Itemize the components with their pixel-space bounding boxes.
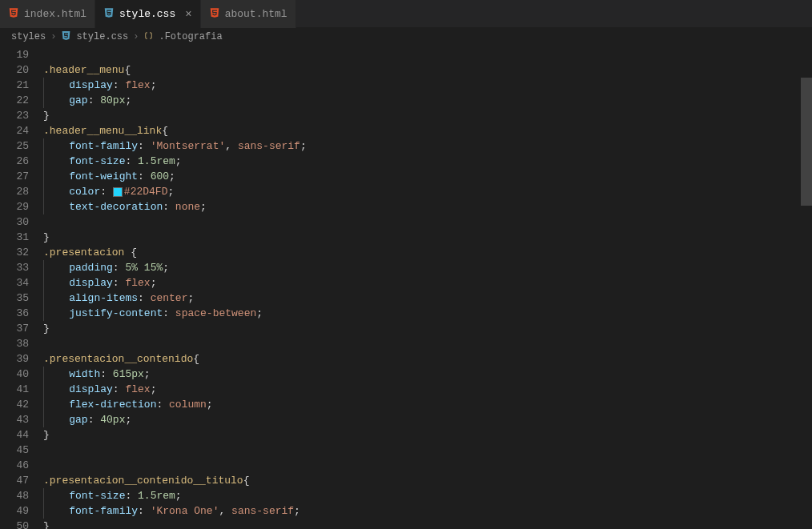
line-number: 35	[0, 291, 29, 306]
tab-style-css[interactable]: style.css ×	[95, 0, 201, 28]
line-number: 33	[0, 260, 29, 275]
code-line[interactable]	[43, 214, 812, 230]
code-line[interactable]: width: 615px;	[43, 367, 812, 382]
code-line[interactable]: font-size: 1.5rem;	[43, 154, 812, 169]
chevron-right-icon: ›	[50, 31, 56, 42]
code-line[interactable]: align-items: center;	[43, 291, 812, 306]
tab-about-html[interactable]: about.html	[201, 0, 296, 28]
tab-index-html[interactable]: index.html	[0, 0, 95, 28]
close-icon[interactable]: ×	[185, 8, 191, 21]
code-line[interactable]: }	[43, 519, 812, 529]
code-line[interactable]: font-size: 1.5rem;	[43, 488, 812, 503]
code-line[interactable]: justify-content: space-between;	[43, 306, 812, 321]
line-number: 23	[0, 108, 29, 123]
line-number: 27	[0, 169, 29, 184]
tab-label: style.css	[119, 8, 175, 20]
code-line[interactable]: gap: 80px;	[43, 93, 812, 108]
line-number: 49	[0, 503, 29, 519]
code-line[interactable]: .header__menu__link{	[43, 123, 812, 138]
line-number: 38	[0, 336, 29, 351]
line-number: 20	[0, 62, 29, 78]
code-line[interactable]: display: flex;	[43, 275, 812, 291]
css3-icon	[61, 30, 71, 44]
line-number: 30	[0, 214, 29, 230]
code-line[interactable]: .presentacion {	[43, 245, 812, 260]
code-line[interactable]: text-decoration: none;	[43, 199, 812, 214]
line-number: 41	[0, 382, 29, 397]
code-line[interactable]: display: flex;	[43, 78, 812, 93]
line-number: 34	[0, 275, 29, 291]
code-line[interactable]: .header__menu{	[43, 62, 812, 78]
scrollbar-thumb[interactable]	[801, 78, 812, 206]
line-number: 21	[0, 78, 29, 93]
line-number: 47	[0, 473, 29, 488]
code-line[interactable]	[43, 443, 812, 458]
code-line[interactable]: display: flex;	[43, 382, 812, 397]
code-line[interactable]: }	[43, 230, 812, 245]
line-number: 19	[0, 47, 29, 62]
line-gutter: 1920212223242526272829303132333435363738…	[0, 46, 43, 529]
chevron-right-icon: ›	[133, 31, 139, 42]
line-number: 29	[0, 199, 29, 214]
line-number: 24	[0, 123, 29, 138]
tab-label: about.html	[225, 8, 287, 20]
breadcrumb-symbol[interactable]: .Fotografia	[159, 31, 222, 42]
line-number: 42	[0, 397, 29, 412]
code-line[interactable]: }	[43, 321, 812, 336]
code-line[interactable]: gap: 40px;	[43, 412, 812, 427]
code-line[interactable]: font-weight: 600;	[43, 169, 812, 184]
breadcrumb[interactable]: styles › style.css › .Fotografia	[0, 28, 812, 46]
code-editor[interactable]: 1920212223242526272829303132333435363738…	[0, 46, 812, 529]
code-line[interactable]: font-family: 'Montserrat', sans-serif;	[43, 138, 812, 154]
color-swatch[interactable]	[113, 187, 123, 197]
code-line[interactable]: flex-direction: column;	[43, 397, 812, 412]
code-line[interactable]: color: #22D4FD;	[43, 184, 812, 199]
line-number: 22	[0, 93, 29, 108]
line-number: 36	[0, 306, 29, 321]
code-line[interactable]	[43, 458, 812, 473]
line-number: 31	[0, 230, 29, 245]
code-line[interactable]: .presentacion__contenido__titulo{	[43, 473, 812, 488]
breadcrumb-file[interactable]: style.css	[76, 31, 128, 42]
line-number: 45	[0, 443, 29, 458]
symbol-icon	[143, 30, 154, 44]
line-number: 43	[0, 412, 29, 427]
line-number: 37	[0, 321, 29, 336]
line-number: 48	[0, 488, 29, 503]
code-line[interactable]: }	[43, 108, 812, 123]
line-number: 46	[0, 458, 29, 473]
line-number: 39	[0, 351, 29, 367]
line-number: 32	[0, 245, 29, 260]
code-line[interactable]: .presentacion__contenido{	[43, 351, 812, 367]
line-number: 40	[0, 367, 29, 382]
line-number: 26	[0, 154, 29, 169]
code-line[interactable]: font-family: 'Krona One', sans-serif;	[43, 503, 812, 519]
line-number: 25	[0, 138, 29, 154]
html5-icon	[209, 7, 220, 22]
tab-bar: index.html style.css × about.html	[0, 0, 812, 28]
line-number: 50	[0, 519, 29, 529]
code-line[interactable]: padding: 5% 15%;	[43, 260, 812, 275]
code-line[interactable]	[43, 47, 812, 62]
html5-icon	[8, 7, 19, 22]
vertical-scrollbar[interactable]	[801, 46, 812, 529]
tab-label: index.html	[24, 8, 86, 20]
line-number: 44	[0, 427, 29, 443]
line-number: 28	[0, 184, 29, 199]
code-line[interactable]: }	[43, 427, 812, 443]
code-line[interactable]	[43, 336, 812, 351]
css3-icon	[103, 7, 115, 22]
code-area[interactable]: .header__menu{ display: flex; gap: 80px;…	[43, 46, 812, 529]
breadcrumb-folder[interactable]: styles	[11, 31, 46, 42]
